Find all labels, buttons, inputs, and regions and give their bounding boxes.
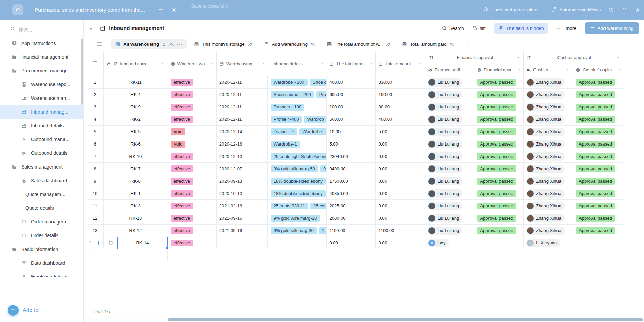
sidebar-item-sales-management[interactable]: Sales management <box>0 160 83 174</box>
status-cell[interactable]: effective <box>168 187 217 199</box>
inbound-number-cell[interactable]: RK-4 <box>104 89 168 101</box>
home-button[interactable] <box>12 4 23 15</box>
row-number-cell[interactable]: 9 <box>87 175 104 187</box>
inbound-details-cell[interactable]: 9% gold silk marg-509 <box>268 163 327 175</box>
expand-record-icon[interactable] <box>108 241 113 245</box>
total-amount-cell[interactable]: 0.00 <box>376 212 425 224</box>
row-menu-caret-icon[interactable] <box>100 241 103 244</box>
total-amount-cell[interactable]: 100.00 <box>376 89 425 101</box>
finance-staff-cell[interactable]: Liu Luliang <box>425 76 474 88</box>
warehousing-date-cell[interactable]: 2020-12-11 <box>217 101 268 113</box>
status-cell[interactable]: effective <box>168 200 217 212</box>
cashier-opinion-cell[interactable]: Approval passed <box>573 163 623 175</box>
total-amount-cell[interactable]: 0.00 <box>376 163 425 175</box>
financial-approval-cell[interactable]: Approval passed <box>474 113 524 125</box>
column-header-cashier-s-opini[interactable]: Cashier's opini... <box>573 64 623 76</box>
warehousing-date-cell[interactable]: 2020-12-14 <box>217 126 268 138</box>
financial-approval-cell[interactable]: Approval passed <box>474 187 524 199</box>
inbound-details-cell[interactable] <box>268 237 327 249</box>
cashier-cell[interactable]: Li Xinyuan <box>524 237 573 249</box>
total-of-warehousing-cell[interactable]: 500.00 <box>327 113 376 125</box>
cashier-cell[interactable]: Zhang Xihua <box>524 113 573 125</box>
status-cell[interactable]: Void <box>168 126 217 138</box>
inbound-details-cell[interactable]: Drawer - 5Wardrobe- <box>268 126 327 138</box>
row-number-cell[interactable]: 10 <box>87 187 104 199</box>
collapse-sidebar-button[interactable]: « <box>88 24 95 33</box>
column-header-the-total-amo[interactable]: The total amo... <box>326 51 376 76</box>
add-view-button[interactable] <box>465 42 470 47</box>
cashier-cell[interactable]: Zhang Xihua <box>524 101 573 113</box>
inbound-number-cell[interactable]: RK-3 <box>104 200 168 212</box>
tab-more-icon[interactable]: ··· <box>177 42 183 47</box>
inbound-number-cell[interactable]: RK-12 <box>104 225 168 237</box>
total-of-warehousing-cell[interactable]: 400.00 <box>327 76 376 88</box>
financial-approval-cell[interactable]: Approval passed <box>474 212 524 224</box>
row-number-cell[interactable]: 1 <box>87 76 104 88</box>
sidebar-item-inbound-manag[interactable]: Inbound manag... <box>0 105 83 119</box>
column-header-finance-staff[interactable]: Finance staff <box>425 64 474 76</box>
cashier-cell[interactable]: Zhang Xihua <box>524 200 573 212</box>
financial-approval-cell[interactable]: Approval passed <box>474 225 524 237</box>
warehousing-date-cell[interactable]: 2020-12-11 <box>217 113 268 125</box>
settings-gear-icon[interactable] <box>171 7 177 13</box>
cashier-cell[interactable]: Zhang Xihua <box>524 150 573 162</box>
finance-staff-cell[interactable]: Liu Luliang <box>425 212 474 224</box>
status-cell[interactable]: effective <box>168 212 217 224</box>
row-number-cell[interactable]: 7 <box>87 150 104 162</box>
inbound-details-cell[interactable]: Wardrobe-1 <box>268 138 327 150</box>
select-all-checkbox[interactable] <box>93 61 97 66</box>
statistics-bar[interactable]: statistics <box>84 306 644 318</box>
inbound-number-cell[interactable]: RK-1 <box>104 187 168 199</box>
cashier-opinion-cell[interactable]: Approval passed <box>573 200 623 212</box>
column-header-inbound-num[interactable]: Inbound num... <box>104 51 168 76</box>
warehousing-date-cell[interactable] <box>217 237 268 249</box>
warehousing-date-cell[interactable]: 2020-12-10 <box>217 150 268 162</box>
app-title-menu[interactable]: Purchases, sales and inventory come from… <box>35 7 151 13</box>
total-amount-cell[interactable]: 0.00 <box>376 138 425 150</box>
add-warehousing-button[interactable]: Add warehousing <box>585 22 639 34</box>
row-number-cell[interactable]: 8 <box>87 163 104 175</box>
warehousing-date-cell[interactable]: 2020-12-16 <box>217 138 268 150</box>
row-number-cell[interactable]: 6 <box>87 138 104 150</box>
inbound-details-cell[interactable]: Shoe cabinet - 200Pro <box>268 89 327 101</box>
status-cell[interactable]: effective <box>168 237 217 249</box>
column-header-cashier[interactable]: Cashier <box>524 64 573 76</box>
view-tab-this-month-s-storage[interactable]: This month's storage <box>190 39 257 49</box>
notifications-bell-icon[interactable] <box>622 7 628 13</box>
sidebar-item-outbound-details[interactable]: Outbound details <box>0 146 83 160</box>
row-number-cell[interactable]: 12 <box>87 212 104 224</box>
inbound-number-cell[interactable]: RK-6 <box>104 138 168 150</box>
finance-staff-cell[interactable]: Liu Luliang <box>425 113 474 125</box>
inbound-number-cell[interactable]: RK-10 <box>104 150 168 162</box>
cashier-cell[interactable]: Zhang Xihua <box>524 89 573 101</box>
cashier-opinion-cell[interactable]: Approval passed <box>573 138 623 150</box>
help-icon[interactable] <box>608 7 614 13</box>
cashier-opinion-cell[interactable]: Approval passed <box>573 101 623 113</box>
financial-approval-cell[interactable]: Approval passed <box>474 76 524 88</box>
cashier-opinion-cell[interactable]: Approval passed <box>573 225 623 237</box>
sidebar-item-warehouse-man[interactable]: Warehouse man... <box>0 91 83 105</box>
row-number-cell[interactable]: 11 <box>87 200 104 212</box>
sidebar-item-quote-details[interactable]: Quote details <box>0 201 83 215</box>
cashier-cell[interactable]: Zhang Xihua <box>524 212 573 224</box>
total-amount-cell[interactable]: 0.00 <box>376 187 425 199</box>
inbound-number-cell[interactable]: RK-9 <box>104 101 168 113</box>
financial-approval-cell[interactable]: Approval passed <box>474 150 524 162</box>
view-list-icon[interactable] <box>97 41 102 47</box>
cashier-cell[interactable]: Zhang Xihua <box>524 187 573 199</box>
status-cell[interactable]: effective <box>168 225 217 237</box>
cashier-cell[interactable]: Zhang Xihua <box>524 175 573 187</box>
inbound-number-cell[interactable]: RK-14 <box>104 237 168 249</box>
financial-approval-cell[interactable] <box>474 237 524 249</box>
status-cell[interactable]: Void <box>168 138 217 150</box>
finance-staff-cell[interactable]: Liu Luliang <box>425 175 474 187</box>
total-of-warehousing-cell[interactable]: 1100.00 <box>327 225 376 237</box>
row-number-cell[interactable]: 4 <box>87 113 104 125</box>
column-header-total-amount[interactable]: Total amount ... <box>376 51 425 76</box>
inbound-number-cell[interactable]: RK-2 <box>104 113 168 125</box>
sidebar-item-order-managem[interactable]: Order managem... <box>0 215 83 229</box>
total-amount-cell[interactable]: 5.00 <box>376 126 425 138</box>
row-number-cell[interactable]: 5 <box>87 126 104 138</box>
total-of-warehousing-cell[interactable]: 605.00 <box>327 89 376 101</box>
sidebar-search[interactable] <box>10 26 83 33</box>
